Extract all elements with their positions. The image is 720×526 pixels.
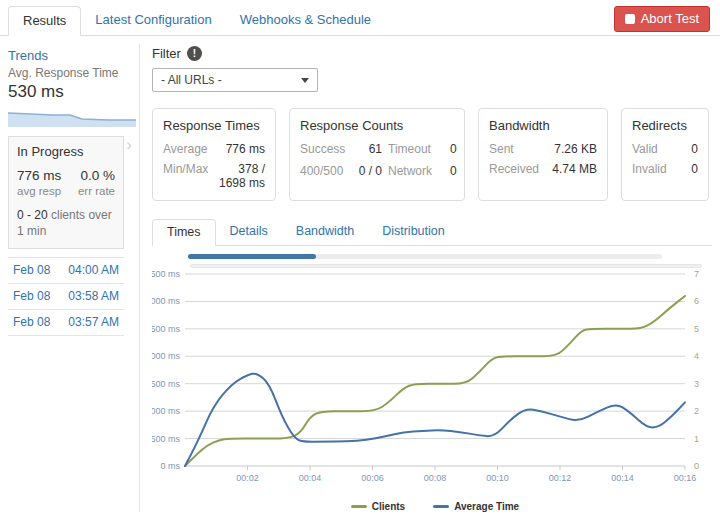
card-response-times: Response Times Average 776 ms Min/Max 37… <box>152 108 276 201</box>
filter-row: Filter ! <box>152 46 712 61</box>
summary-cards: Response Times Average 776 ms Min/Max 37… <box>152 108 712 201</box>
stat-label: Min/Max <box>163 162 208 176</box>
sidebar: Trends Avg. Response Time 530 ms › In Pr… <box>8 44 140 512</box>
filter-label: Filter <box>152 46 181 61</box>
run-history-list: Feb 08 04:00 AM Feb 08 03:58 AM Feb 08 0… <box>8 257 124 336</box>
err-rate-value: 0.0 % <box>80 168 115 183</box>
svg-text:3: 3 <box>694 379 699 389</box>
run-row[interactable]: Feb 08 03:58 AM <box>8 284 124 310</box>
legend-item-average-time[interactable]: Average Time <box>433 501 519 512</box>
test-progress-bar <box>188 254 662 259</box>
caret-down-icon <box>301 78 309 83</box>
run-row[interactable]: Feb 08 04:00 AM <box>8 258 124 284</box>
stop-icon <box>625 14 635 24</box>
svg-text:0 ms: 0 ms <box>160 461 180 471</box>
stat-value: 61 <box>356 142 382 156</box>
run-date: Feb 08 <box>13 289 50 303</box>
svg-text:2500 ms: 2500 ms <box>152 324 180 334</box>
stat-label: Sent <box>489 142 514 156</box>
card-title: Bandwidth <box>489 118 597 133</box>
clients-summary: 0 - 20 clients over 1 min <box>17 207 115 239</box>
svg-text:3000 ms: 3000 ms <box>152 296 180 306</box>
run-time: 03:58 AM <box>68 289 119 303</box>
selected-run-chevron-icon: › <box>126 135 132 155</box>
svg-text:7: 7 <box>694 269 699 279</box>
abort-test-button[interactable]: Abort Test <box>614 6 710 32</box>
content: Trends Avg. Response Time 530 ms › In Pr… <box>0 36 720 512</box>
stat-value: 0 <box>450 164 457 178</box>
svg-text:5: 5 <box>694 324 699 334</box>
stat-value: 0 <box>691 162 698 176</box>
svg-text:6: 6 <box>694 296 699 306</box>
test-progress-fill <box>188 254 316 259</box>
clients-range: 0 - 20 <box>17 208 48 222</box>
trends-metric-label: Avg. Response Time <box>8 66 139 80</box>
run-row[interactable]: Feb 08 03:57 AM <box>8 310 124 336</box>
svg-text:4: 4 <box>694 351 699 361</box>
clients-series-swatch <box>351 505 367 508</box>
svg-text:00:08: 00:08 <box>424 473 447 483</box>
chart-tab-distribution[interactable]: Distribution <box>368 219 459 246</box>
times-chart: 0 ms0500 ms11000 ms21500 ms32000 ms42500… <box>152 268 712 498</box>
svg-text:2000 ms: 2000 ms <box>152 351 180 361</box>
run-time: 04:00 AM <box>68 263 119 277</box>
stat-value: 378 / 1698 ms <box>208 162 265 190</box>
chart-tab-details[interactable]: Details <box>216 219 282 246</box>
legend-label: Clients <box>372 501 405 512</box>
chart-tab-bandwidth[interactable]: Bandwidth <box>282 219 368 246</box>
svg-text:0: 0 <box>694 461 699 471</box>
trends-sparkline <box>8 106 136 128</box>
in-progress-title: In Progress <box>17 144 115 159</box>
svg-text:00:06: 00:06 <box>361 473 384 483</box>
card-title: Response Times <box>163 118 265 133</box>
svg-text:2: 2 <box>694 406 699 416</box>
stat-label: Invalid <box>632 162 667 176</box>
chart-tab-bar: Times Details Bandwidth Distribution <box>152 219 712 246</box>
svg-text:00:04: 00:04 <box>299 473 322 483</box>
legend-item-clients[interactable]: Clients <box>351 501 405 512</box>
avg-resp-label: avg resp <box>17 185 61 197</box>
chart-tab-times[interactable]: Times <box>152 219 216 246</box>
svg-text:1500 ms: 1500 ms <box>152 379 180 389</box>
run-date: Feb 08 <box>13 315 50 329</box>
stat-label: 400/500 <box>300 164 350 178</box>
in-progress-panel[interactable]: › In Progress 776 ms 0.0 % avg resp err … <box>8 136 124 249</box>
svg-text:500 ms: 500 ms <box>152 434 180 444</box>
stat-value: 0 <box>450 142 457 156</box>
svg-text:00:14: 00:14 <box>611 473 634 483</box>
stat-label: Valid <box>632 142 658 156</box>
card-title: Response Counts <box>300 118 454 133</box>
svg-text:00:16: 00:16 <box>674 473 697 483</box>
stat-label: Average <box>163 142 207 156</box>
avg-resp-value: 776 ms <box>17 168 61 183</box>
info-icon[interactable]: ! <box>187 46 202 61</box>
main-panel: Filter ! - All URLs - Response Times Ave… <box>140 44 712 512</box>
tab-results[interactable]: Results <box>8 6 81 36</box>
stat-label: Timeout <box>388 142 444 156</box>
url-filter-select[interactable]: - All URLs - <box>152 68 318 92</box>
abort-test-label: Abort Test <box>641 11 699 26</box>
svg-text:1000 ms: 1000 ms <box>152 406 180 416</box>
err-rate-label: err rate <box>78 185 115 197</box>
run-time: 03:57 AM <box>68 315 119 329</box>
tab-webhooks-schedule[interactable]: Webhooks & Schedule <box>226 6 385 36</box>
svg-text:1: 1 <box>694 434 699 444</box>
url-filter-selected-value: - All URLs - <box>161 73 222 87</box>
stat-value: 7.26 KB <box>554 142 597 156</box>
stat-label: Success <box>300 142 350 156</box>
trends-title: Trends <box>8 48 139 63</box>
stat-value: 0 <box>691 142 698 156</box>
card-redirects: Redirects Valid 0 Invalid 0 <box>621 108 709 201</box>
trends-metric-value: 530 ms <box>8 82 139 102</box>
stat-value: 4.74 MB <box>552 162 597 176</box>
tab-latest-configuration[interactable]: Latest Configuration <box>81 6 225 36</box>
header: Results Latest Configuration Webhooks & … <box>0 0 720 36</box>
stat-label: Network <box>388 164 444 178</box>
stat-label: Received <box>489 162 539 176</box>
svg-text:3500 ms: 3500 ms <box>152 269 180 279</box>
run-date: Feb 08 <box>13 263 50 277</box>
card-bandwidth: Bandwidth Sent 7.26 KB Received 4.74 MB <box>478 108 608 201</box>
card-response-counts: Response Counts Success 61 Timeout 0 400… <box>289 108 465 201</box>
card-title: Redirects <box>632 118 698 133</box>
stat-value: 776 ms <box>226 142 265 156</box>
